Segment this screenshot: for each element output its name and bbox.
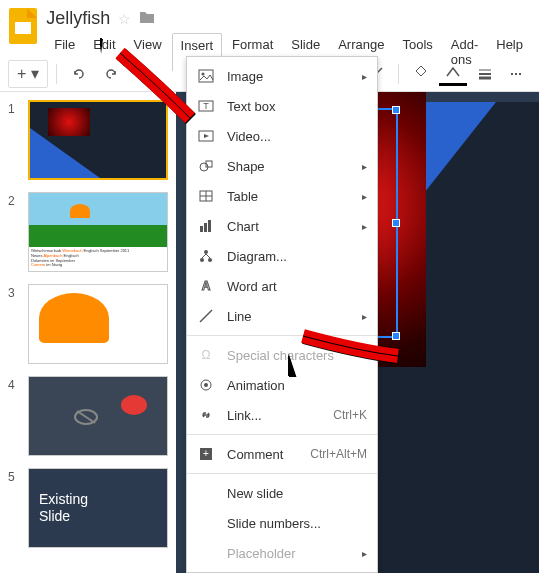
- thumb-number: 5: [8, 468, 28, 548]
- menu-item-chart[interactable]: Chart▸: [187, 211, 377, 241]
- menu-item-animation[interactable]: Animation: [187, 370, 377, 400]
- svg-point-10: [202, 73, 205, 76]
- fill-color-button[interactable]: [407, 62, 435, 86]
- menu-view[interactable]: View: [126, 33, 170, 71]
- slides-logo: [8, 8, 38, 44]
- wordart-icon: A: [197, 277, 215, 295]
- menu-item-special-characters: ΩSpecial characters: [187, 340, 377, 370]
- thumb-number: 1: [8, 100, 28, 180]
- svg-point-31: [204, 383, 208, 387]
- menu-item-label: Placeholder: [227, 546, 350, 561]
- border-color-button[interactable]: [439, 62, 467, 86]
- new-slide-button[interactable]: + ▾: [8, 60, 48, 88]
- menu-item-label: Chart: [227, 219, 350, 234]
- menu-item-label: Video...: [227, 129, 367, 144]
- svg-point-22: [204, 250, 208, 254]
- svg-text:A: A: [202, 279, 211, 293]
- menu-divider: [187, 473, 377, 474]
- thumb-number: 2: [8, 192, 28, 272]
- menu-item-diagram-[interactable]: Diagram...: [187, 241, 377, 271]
- textbox-icon: T: [197, 97, 215, 115]
- menu-item-label: Diagram...: [227, 249, 367, 264]
- menu-item-label: Link...: [227, 408, 321, 423]
- slide-thumbnail-4[interactable]: [28, 376, 168, 456]
- video-icon: [197, 127, 215, 145]
- menu-item-comment[interactable]: +CommentCtrl+Alt+M: [187, 439, 377, 469]
- slide-thumbnail-1[interactable]: [28, 100, 168, 180]
- menu-divider: [187, 434, 377, 435]
- resize-handle[interactable]: [392, 332, 400, 340]
- menu-item-label: Shape: [227, 159, 350, 174]
- menu-item-label: Line: [227, 309, 350, 324]
- svg-point-23: [200, 258, 204, 262]
- image-icon: [197, 67, 215, 85]
- border-weight-button[interactable]: [471, 60, 499, 88]
- menu-item-video-[interactable]: Video...: [187, 121, 377, 151]
- svg-line-25: [202, 254, 206, 258]
- submenu-arrow-icon: ▸: [362, 311, 367, 322]
- menu-item-label: Image: [227, 69, 350, 84]
- menu-item-line[interactable]: Line▸: [187, 301, 377, 331]
- svg-rect-21: [208, 220, 211, 232]
- folder-icon[interactable]: [139, 10, 155, 28]
- divider: [56, 64, 57, 84]
- document-title[interactable]: Jellyfish: [46, 8, 110, 29]
- svg-line-28: [200, 310, 212, 322]
- menu-item-table[interactable]: Table▸: [187, 181, 377, 211]
- shortcut-label: Ctrl+K: [333, 408, 367, 422]
- slide-thumbnail-2[interactable]: Gletschirmurlaub Wienebach Englisch Sept…: [28, 192, 168, 272]
- svg-text:T: T: [203, 101, 209, 111]
- submenu-arrow-icon: ▸: [362, 548, 367, 559]
- menu-item-slide-numbers-[interactable]: Slide numbers...: [187, 508, 377, 538]
- svg-rect-1: [15, 22, 31, 34]
- svg-rect-20: [204, 223, 207, 232]
- undo-button[interactable]: [65, 60, 93, 88]
- submenu-arrow-icon: ▸: [362, 71, 367, 82]
- svg-point-24: [208, 258, 212, 262]
- comment-icon: +: [197, 445, 215, 463]
- menu-item-word-art[interactable]: AWord art: [187, 271, 377, 301]
- menu-item-label: New slide: [227, 486, 367, 501]
- blank-icon: [197, 514, 215, 532]
- svg-line-26: [206, 254, 210, 258]
- submenu-arrow-icon: ▸: [362, 161, 367, 172]
- menu-item-link-[interactable]: Link...Ctrl+K: [187, 400, 377, 430]
- submenu-arrow-icon: ▸: [362, 191, 367, 202]
- svg-rect-19: [200, 226, 203, 232]
- diagram-icon: [197, 247, 215, 265]
- divider: [398, 64, 399, 84]
- insert-menu-dropdown: Image▸TText boxVideo...Shape▸Table▸Chart…: [186, 56, 378, 573]
- animation-icon: [197, 376, 215, 394]
- blank-icon: [197, 544, 215, 562]
- star-icon[interactable]: ☆: [118, 11, 131, 27]
- menu-divider: [187, 335, 377, 336]
- menu-item-new-slide[interactable]: New slide: [187, 478, 377, 508]
- chart-icon: [197, 217, 215, 235]
- menu-item-label: Text box: [227, 99, 367, 114]
- menu-item-image[interactable]: Image▸: [187, 61, 377, 91]
- svg-line-8: [77, 411, 95, 423]
- table-icon: [197, 187, 215, 205]
- menu-item-label: Table: [227, 189, 350, 204]
- thumb-number: 4: [8, 376, 28, 456]
- resize-handle[interactable]: [392, 106, 400, 114]
- slide-thumbnail-3[interactable]: [28, 284, 168, 364]
- shortcut-label: Ctrl+Alt+M: [310, 447, 367, 461]
- slide-thumbnail-5[interactable]: Existing Slide: [28, 468, 168, 548]
- menu-item-label: Comment: [227, 447, 298, 462]
- menu-item-text-box[interactable]: TText box: [187, 91, 377, 121]
- redo-button[interactable]: [97, 60, 125, 88]
- menu-item-label: Word art: [227, 279, 367, 294]
- menu-item-label: Special characters: [227, 348, 367, 363]
- submenu-arrow-icon: ▸: [362, 221, 367, 232]
- menu-item-placeholder: Placeholder▸: [187, 538, 377, 568]
- resize-handle[interactable]: [392, 219, 400, 227]
- blank-icon: [197, 484, 215, 502]
- menu-item-shape[interactable]: Shape▸: [187, 151, 377, 181]
- border-dash-button[interactable]: [503, 60, 531, 88]
- line-icon: [197, 307, 215, 325]
- svg-text:Ω: Ω: [202, 348, 211, 362]
- thumb-number: 3: [8, 284, 28, 364]
- shape-icon: [197, 157, 215, 175]
- special-icon: Ω: [197, 346, 215, 364]
